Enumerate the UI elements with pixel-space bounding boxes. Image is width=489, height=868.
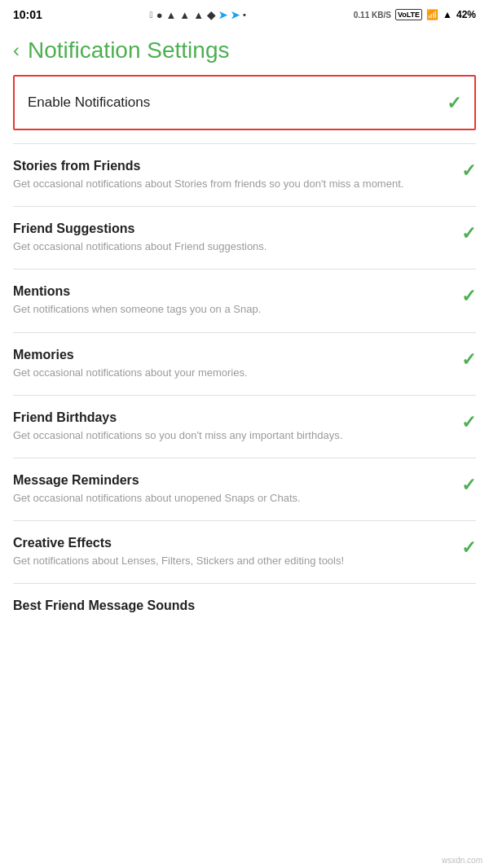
twitter2-icon: ➤: [231, 9, 240, 21]
snapchat2-icon: ▲: [179, 9, 190, 21]
notif-text-5: Message RemindersGet occasional notifica…: [13, 473, 448, 506]
notif-title-0: Stories from Friends: [13, 159, 448, 173]
notif-desc-3: Get occasional notifications about your …: [13, 366, 448, 380]
notif-text-3: MemoriesGet occasional notifications abo…: [13, 348, 448, 380]
spacer-top: [0, 130, 489, 143]
notif-title-5: Message Reminders: [13, 473, 448, 488]
enable-notifications-row[interactable]: Enable Notifications ✓: [13, 75, 476, 130]
volte-badge: VoLTE: [395, 9, 422, 20]
notif-title-6: Creative Effects: [13, 536, 448, 550]
network-speed: 0.11 KB/S: [354, 11, 391, 20]
bitmoji-icon: ◆: [207, 9, 215, 21]
notif-title-2: Mentions: [13, 284, 448, 299]
notif-item-5[interactable]: Message RemindersGet occasional notifica…: [0, 458, 489, 520]
notif-text-1: Friend SuggestionsGet occasional notific…: [13, 221, 448, 254]
notif-checkmark-4: ✓: [461, 412, 476, 433]
snapchat-icon: ▲: [165, 9, 176, 21]
status-bar: 10:01  ● ▲ ▲ ▲ ◆ ➤ ➤ • 0.11 KB/S VoLTE …: [0, 0, 489, 29]
notif-title-last: Best Friend Message Sounds: [13, 598, 463, 613]
notif-item-3[interactable]: MemoriesGet occasional notifications abo…: [0, 333, 489, 395]
notif-desc-6: Get notifications about Lenses, Filters,…: [13, 554, 448, 568]
notif-text-0: Stories from FriendsGet occasional notif…: [13, 159, 448, 191]
twitter-icon: ➤: [218, 9, 227, 21]
notif-title-3: Memories: [13, 348, 448, 362]
notif-checkmark-1: ✓: [461, 223, 476, 244]
notif-text-2: MentionsGet notifications when someone t…: [13, 284, 448, 317]
page-title: Notification Settings: [28, 37, 229, 64]
battery-percent: 42%: [456, 9, 476, 20]
enable-notifications-label: Enable Notifications: [28, 94, 150, 111]
notif-item-0[interactable]: Stories from FriendsGet occasional notif…: [0, 144, 489, 206]
snapchat3-icon: ▲: [193, 9, 204, 21]
notif-checkmark-6: ✓: [461, 537, 476, 559]
watermark: wsxdn.com: [442, 856, 482, 865]
notif-checkmark-5: ✓: [461, 475, 476, 496]
notif-title-1: Friend Suggestions: [13, 221, 448, 236]
notif-text-last: Best Friend Message Sounds: [13, 598, 463, 616]
notifications-list: Stories from FriendsGet occasional notif…: [0, 143, 489, 583]
dot-separator: •: [243, 10, 246, 20]
status-right-group: 0.11 KB/S VoLTE 📶 ▲ 42%: [354, 9, 476, 20]
notif-desc-4: Get occasional notifications so you don'…: [13, 428, 448, 443]
status-social-icons:  ● ▲ ▲ ▲ ◆ ➤ ➤ •: [150, 9, 246, 21]
notif-item-1[interactable]: Friend SuggestionsGet occasional notific…: [0, 207, 489, 269]
notif-desc-5: Get occasional notifications about unope…: [13, 491, 448, 506]
notif-title-4: Friend Birthdays: [13, 410, 448, 425]
notif-item-2[interactable]: MentionsGet notifications when someone t…: [0, 270, 489, 331]
status-time: 10:01: [13, 8, 42, 21]
page-header: ‹ Notification Settings: [0, 29, 489, 75]
wifi-icon: 📶: [426, 9, 438, 20]
signal-icon: ▲: [443, 9, 452, 20]
facebook-icon: : [150, 10, 153, 20]
notif-checkmark-0: ✓: [461, 160, 476, 182]
notif-checkmark-2: ✓: [461, 286, 476, 307]
enable-notifications-checkmark: ✓: [447, 93, 461, 114]
notif-desc-1: Get occasional notifications about Frien…: [13, 239, 448, 254]
notif-item-6[interactable]: Creative EffectsGet notifications about …: [0, 521, 489, 583]
notif-checkmark-3: ✓: [461, 349, 476, 370]
instagram-icon: ●: [156, 9, 163, 21]
notif-item-last[interactable]: Best Friend Message Sounds: [0, 584, 489, 641]
notif-desc-2: Get notifications when someone tags you …: [13, 302, 448, 317]
notif-desc-0: Get occasional notifications about Stori…: [13, 177, 448, 191]
notif-text-6: Creative EffectsGet notifications about …: [13, 536, 448, 568]
notif-text-4: Friend BirthdaysGet occasional notificat…: [13, 410, 448, 443]
back-button[interactable]: ‹: [13, 41, 20, 60]
notif-item-4[interactable]: Friend BirthdaysGet occasional notificat…: [0, 396, 489, 458]
